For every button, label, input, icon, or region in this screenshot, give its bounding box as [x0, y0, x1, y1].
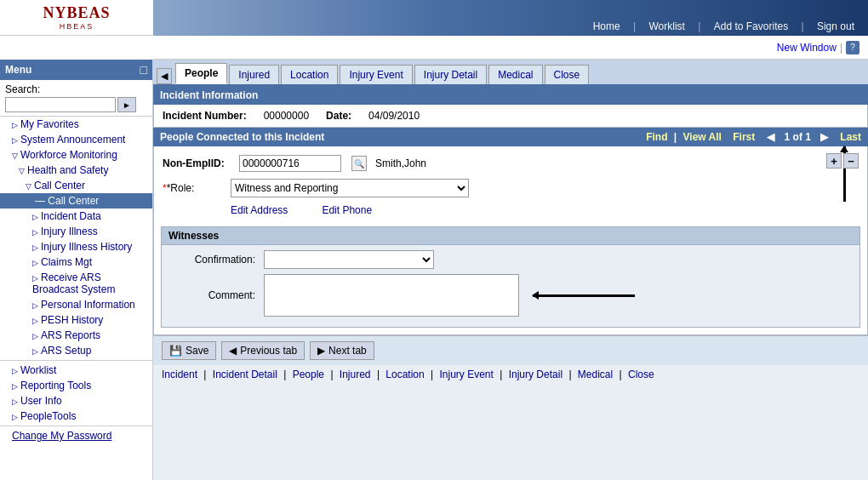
incident-info-header: Incident Information [153, 86, 868, 105]
confirmation-select[interactable] [264, 250, 434, 269]
find-link[interactable]: Find [646, 131, 667, 143]
bottom-nav: 💾 Save ◀ Previous tab ▶ Next tab [153, 335, 868, 365]
sidebar-header: Menu □ [0, 60, 152, 80]
save-icon: 💾 [169, 345, 182, 357]
page-info: 1 of 1 [785, 131, 811, 143]
incident-number-value: 00000000 [264, 110, 309, 122]
first-link[interactable]: First [733, 131, 755, 143]
save-label: Save [186, 345, 208, 357]
add-favorites-link[interactable]: Add to Favorites [714, 20, 788, 32]
bottom-link-injury-detail[interactable]: Injury Detail [509, 369, 562, 380]
tab-injury-event[interactable]: Injury Event [340, 65, 412, 84]
edit-phone-link[interactable]: Edit Phone [322, 204, 372, 216]
sidebar-item-call-center-group[interactable]: ▽Call Center [0, 178, 152, 193]
witnesses-header: Witnesses [161, 226, 860, 245]
search-input[interactable] [5, 97, 116, 112]
bottom-link-location[interactable]: Location [385, 369, 424, 380]
bottom-link-medical[interactable]: Medical [578, 369, 613, 380]
sidebar-item-workforce[interactable]: ▽Workforce Monitoring [0, 147, 152, 163]
previous-tab-label: Previous tab [240, 345, 297, 357]
add-button[interactable]: + [826, 153, 842, 169]
sidebar-item-user-info[interactable]: ▷User Info [0, 393, 152, 409]
sidebar-item-favorites[interactable]: ▷My Favorites [0, 117, 152, 132]
logo-sub: HBEAS [43, 22, 110, 31]
role-select[interactable]: Witness and Reporting [231, 179, 469, 197]
next-tab-label: Next tab [328, 345, 367, 357]
home-link[interactable]: Home [593, 20, 620, 32]
sidebar-item-personal-info[interactable]: ▷Personal Information [0, 297, 152, 312]
comment-row: Comment: [170, 274, 851, 317]
non-emplid-input[interactable] [239, 155, 341, 172]
bottom-link-close[interactable]: Close [628, 369, 654, 380]
edit-links-row: Edit Address Edit Phone [154, 201, 867, 223]
tab-injury-detail[interactable]: Injury Detail [414, 65, 487, 84]
edit-address-link[interactable]: Edit Address [231, 204, 288, 216]
sidebar-item-change-password[interactable]: Change My Password [0, 428, 152, 443]
sidebar-item-injury-illness-history[interactable]: ▷Injury Illness History [0, 239, 152, 254]
sidebar-items: ▷My Favorites ▷System Announcement ▽Work… [0, 117, 152, 443]
bottom-link-incident-detail[interactable]: Incident Detail [213, 369, 277, 380]
confirmation-label: Confirmation: [170, 254, 255, 266]
non-emplid-label: Non-EmplID: [163, 157, 231, 169]
people-header: People Connected to this Incident Find |… [153, 128, 868, 146]
role-label: **Role: [163, 182, 231, 194]
new-window-link[interactable]: New Window [777, 42, 837, 54]
sidebar-item-incident-data[interactable]: ▷Incident Data [0, 209, 152, 224]
incident-number-label: Incident Number: [163, 110, 247, 122]
add-remove-btns: + − [826, 153, 859, 169]
worklist-link[interactable]: Worklist [649, 20, 685, 32]
help-icon[interactable]: ? [846, 41, 859, 54]
sidebar-item-ars-broadcast[interactable]: ▷Receive ARS Broadcast System [0, 270, 152, 297]
sidebar-item-pesh-history[interactable]: ▷PESH History [0, 312, 152, 328]
bottom-link-incident[interactable]: Incident [162, 369, 197, 380]
sidebar-item-ars-setup[interactable]: ▷ARS Setup [0, 343, 152, 358]
remove-button[interactable]: − [843, 153, 859, 169]
utility-row: New Window | ? [153, 36, 868, 60]
incident-info-row: Incident Number: 00000000 Date: 04/09/20… [163, 110, 859, 122]
sign-out-link[interactable]: Sign out [817, 20, 854, 32]
tab-medical[interactable]: Medical [488, 65, 542, 84]
bottom-link-injured[interactable]: Injured [340, 369, 371, 380]
comment-label: Comment: [170, 289, 255, 301]
tab-injured[interactable]: Injured [229, 65, 279, 84]
sidebar-item-injury-illness[interactable]: ▷Injury Illness [0, 224, 152, 239]
sidebar-item-people-tools[interactable]: ▷PeopleTools [0, 409, 152, 424]
last-link[interactable]: Last [840, 131, 861, 143]
content: ◀ People Injured Location Injury Event I… [153, 60, 868, 480]
sidebar-item-claims-mgt[interactable]: ▷Claims Mgt [0, 254, 152, 270]
next-page-icon[interactable]: ▶ [820, 131, 828, 143]
bottom-links: Incident | Incident Detail | People | In… [153, 365, 868, 384]
sidebar-item-worklist[interactable]: ▷Worklist [0, 363, 152, 378]
comment-textarea[interactable] [264, 274, 519, 317]
tab-back-button[interactable]: ◀ [157, 68, 172, 84]
sidebar-close-button[interactable]: □ [140, 63, 147, 77]
search-go-button[interactable]: ► [117, 97, 136, 112]
role-row: **Role: Witness and Reporting [154, 175, 867, 201]
non-emplid-search-button[interactable]: 🔍 [351, 156, 367, 171]
incident-date-label: Date: [326, 110, 351, 122]
form-area: Incident Information Incident Number: 00… [153, 86, 868, 335]
sidebar-item-ars-reports[interactable]: ▷ARS Reports [0, 328, 152, 343]
arrow-right-annotation [533, 294, 635, 297]
sidebar-item-call-center[interactable]: — Call Center [0, 193, 152, 209]
tab-close[interactable]: Close [545, 65, 590, 84]
sidebar-item-health-safety[interactable]: ▽Health and Safety [0, 163, 152, 178]
witnesses-section: Witnesses Confirmation: Comment: [161, 226, 860, 328]
non-emplid-row: Non-EmplID: 🔍 Smith,John + − [154, 151, 867, 175]
save-button[interactable]: 💾 Save [162, 341, 216, 360]
bottom-link-injury-event[interactable]: Injury Event [440, 369, 494, 380]
tab-location[interactable]: Location [281, 65, 338, 84]
bottom-link-people[interactable]: People [293, 369, 324, 380]
view-all-link[interactable]: View All [683, 131, 722, 143]
sidebar-sep-1 [0, 360, 152, 361]
sidebar-item-reporting-tools[interactable]: ▷Reporting Tools [0, 378, 152, 393]
confirmation-row: Confirmation: [170, 250, 851, 269]
sidebar-item-announcement[interactable]: ▷System Announcement [0, 132, 152, 147]
tab-people[interactable]: People [175, 63, 227, 84]
next-tab-button[interactable]: ▶ Next tab [310, 341, 374, 360]
logo-text: NYBEAS [43, 4, 110, 22]
utility-sep: | [840, 42, 842, 54]
prev-page-icon[interactable]: ◀ [767, 131, 774, 143]
logo: NYBEAS HBEAS [0, 0, 153, 36]
previous-tab-button[interactable]: ◀ Previous tab [221, 341, 305, 360]
